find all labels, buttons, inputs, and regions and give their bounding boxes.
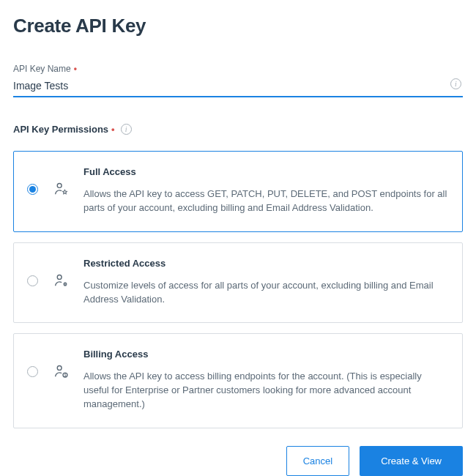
permission-option-billing-access[interactable]: $ Billing Access Allows the API key to a… [13, 333, 463, 428]
user-gear-icon [53, 272, 69, 291]
permission-title: Billing Access [83, 349, 449, 360]
permissions-label: API Key Permissions• i [13, 124, 463, 135]
user-star-icon [53, 181, 69, 200]
api-key-name-label: API Key Name • [13, 64, 463, 74]
svg-point-2 [64, 283, 66, 285]
api-key-name-input-wrap: i [13, 77, 463, 97]
permission-description: Allows the API key to access GET, PATCH,… [83, 187, 449, 215]
required-indicator: • [111, 124, 115, 135]
create-button[interactable]: Create & View [360, 446, 463, 476]
permission-description: Customize levels of access for all parts… [83, 279, 449, 307]
info-icon[interactable]: i [121, 124, 132, 135]
api-key-name-input[interactable] [13, 77, 463, 96]
permission-title: Full Access [83, 166, 449, 177]
permission-description: Allows the API key to access billing end… [83, 370, 449, 412]
svg-point-3 [57, 366, 62, 371]
radio-restricted-access[interactable] [27, 275, 38, 286]
page-title: Create API Key [13, 15, 463, 37]
required-indicator: • [74, 64, 77, 74]
permission-options: Full Access Allows the API key to access… [13, 151, 463, 428]
info-icon[interactable]: i [450, 78, 461, 89]
permission-option-full-access[interactable]: Full Access Allows the API key to access… [13, 151, 463, 232]
radio-billing-access[interactable] [27, 366, 38, 377]
svg-point-1 [57, 275, 62, 279]
radio-full-access[interactable] [27, 184, 38, 195]
permission-title: Restricted Access [83, 258, 449, 269]
permissions-label-text: API Key Permissions [13, 124, 108, 135]
form-actions: Cancel Create & View [13, 446, 463, 476]
svg-point-0 [57, 183, 62, 187]
api-key-name-label-text: API Key Name [13, 64, 71, 74]
cancel-button[interactable]: Cancel [286, 446, 349, 476]
user-dollar-icon: $ [53, 363, 69, 382]
permission-option-restricted-access[interactable]: Restricted Access Customize levels of ac… [13, 242, 463, 324]
